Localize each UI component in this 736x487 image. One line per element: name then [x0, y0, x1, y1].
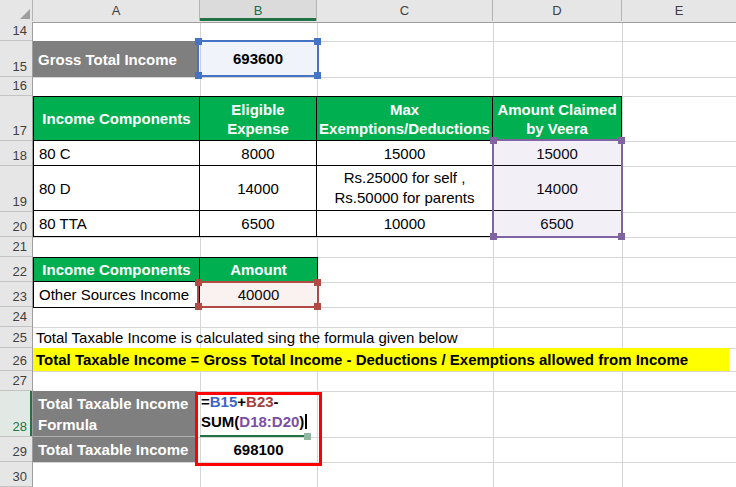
column-header-bar: A B C D E — [0, 0, 736, 23]
cell-c20-max-exemption[interactable]: 10000 — [317, 211, 493, 236]
selection-handle — [490, 137, 497, 144]
deductions-header-eligible-expense[interactable]: Eligible Expense — [200, 97, 317, 141]
formula-definition-highlight: Total Taxable Income = Gross Total Incom… — [33, 348, 729, 371]
deductions-header-component[interactable]: Income Components — [34, 97, 200, 141]
column-header-d[interactable]: D — [493, 0, 622, 21]
selection-handle — [618, 137, 625, 144]
gridline — [493, 22, 494, 487]
row-header-28[interactable]: 28 — [0, 391, 32, 437]
cell-a20-component[interactable]: 80 TTA — [34, 211, 200, 236]
other-income-header-amount[interactable]: Amount — [200, 258, 317, 282]
cell-b20-eligible-expense[interactable]: 6500 — [200, 211, 317, 236]
deductions-header-amount-claimed[interactable]: Amount Claimed by Veera — [493, 97, 621, 141]
red-annotation-rectangle — [195, 392, 322, 466]
row-header-20[interactable]: 20 — [0, 212, 32, 237]
row-header-30[interactable]: 30 — [0, 462, 32, 487]
column-header-a[interactable]: A — [33, 0, 200, 21]
selection-handle — [618, 233, 625, 240]
row-header-21[interactable]: 21 — [0, 237, 32, 257]
other-income-header-component[interactable]: Income Components — [34, 258, 200, 282]
cell-a18-component[interactable]: 80 C — [34, 141, 200, 166]
deductions-header-max-exemptions[interactable]: Max Exemptions/Deductions — [317, 97, 493, 141]
row-header-22[interactable]: 22 — [0, 257, 32, 282]
row-header-bar: 14 15 16 17 18 19 20 21 22 23 24 25 26 2… — [0, 22, 33, 487]
row-header-15[interactable]: 15 — [0, 41, 32, 77]
row-header-19[interactable]: 19 — [0, 166, 32, 212]
cell-c19-max-exemption[interactable]: Rs.25000 for self , Rs.50000 for parents — [317, 166, 493, 211]
gross-total-income-value-cell[interactable]: 693600 — [197, 40, 319, 77]
row-header-16[interactable]: 16 — [0, 77, 32, 96]
result-label-cell[interactable]: Total Taxable Income — [33, 437, 197, 462]
gridline — [33, 462, 736, 463]
cell-b18-eligible-expense[interactable]: 8000 — [200, 141, 317, 166]
excel-spreadsheet: A B C D E 14 15 16 17 18 19 20 21 22 23 … — [0, 0, 736, 487]
column-header-c[interactable]: C — [317, 0, 493, 21]
note-text: Total Taxable Income is calculated sing … — [36, 327, 458, 348]
row-header-23[interactable]: 23 — [0, 282, 32, 307]
selection-handle — [314, 303, 321, 310]
referenced-range-d18-d20[interactable] — [492, 139, 623, 238]
row-header-17[interactable]: 17 — [0, 96, 32, 141]
gridline — [33, 77, 736, 78]
selection-handle — [195, 303, 202, 310]
column-header-b[interactable]: B — [200, 0, 317, 21]
selection-handle — [490, 233, 497, 240]
selection-handle — [195, 38, 202, 45]
gross-total-income-label-cell[interactable]: Gross Total Income — [33, 41, 197, 77]
cell-a23-component[interactable]: Other Sources Income — [34, 282, 200, 307]
select-all-button[interactable] — [0, 0, 33, 21]
selection-handle — [314, 38, 321, 45]
row-header-27[interactable]: 27 — [0, 371, 32, 391]
cell-c18-max-exemption[interactable]: 15000 — [317, 141, 493, 166]
gridline — [33, 237, 736, 238]
selection-handle — [195, 279, 202, 286]
formula-label-cell[interactable]: Total Taxable Income Formula — [33, 391, 197, 437]
selection-handle — [314, 72, 321, 79]
selection-handle — [195, 72, 202, 79]
gridline — [33, 371, 736, 372]
row-header-29[interactable]: 29 — [0, 437, 32, 462]
cell-b19-eligible-expense[interactable]: 14000 — [200, 166, 317, 211]
selection-handle — [314, 279, 321, 286]
row-header-14[interactable]: 14 — [0, 22, 32, 41]
cell-a19-component[interactable]: 80 D — [34, 166, 200, 211]
column-header-e[interactable]: E — [622, 0, 736, 21]
gridline — [622, 22, 623, 487]
referenced-range-b23[interactable] — [197, 281, 319, 308]
row-header-24[interactable]: 24 — [0, 307, 32, 327]
row-header-26[interactable]: 26 — [0, 348, 32, 371]
row-header-25[interactable]: 25 — [0, 327, 32, 348]
gross-total-income-value: 693600 — [233, 50, 283, 67]
select-all-triangle-icon — [20, 9, 30, 19]
row-header-18[interactable]: 18 — [0, 141, 32, 166]
